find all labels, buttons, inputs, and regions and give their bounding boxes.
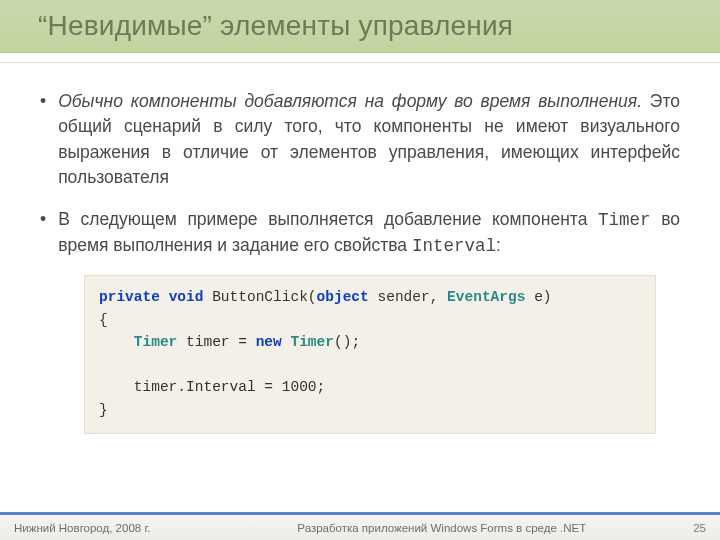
- bullet-dot-icon: •: [40, 89, 46, 191]
- bullet-2-pre: В следующем примере выполняется добавлен…: [58, 209, 598, 229]
- indent: [99, 334, 134, 350]
- bullet-dot-icon: •: [40, 207, 46, 260]
- indent: [99, 379, 134, 395]
- slide: “Невидимые” элементы управления • Обычно…: [0, 0, 720, 540]
- page-number: 25: [693, 522, 706, 534]
- footer-center: Разработка приложений Windows Forms в ср…: [150, 522, 693, 534]
- type-timer: Timer: [134, 334, 178, 350]
- type-timer-ctor: Timer: [290, 334, 334, 350]
- title-band: “Невидимые” элементы управления: [0, 0, 720, 53]
- method-name: ButtonClick(: [212, 289, 316, 305]
- bullet-2: • В следующем примере выполняется добавл…: [40, 207, 680, 260]
- brace-open: {: [99, 312, 108, 328]
- sp: [160, 289, 169, 305]
- sp: [203, 289, 212, 305]
- bullet-1: • Обычно компоненты добавляются на форму…: [40, 89, 680, 191]
- type-eventargs: EventArgs: [447, 289, 525, 305]
- bullet-1-text: Обычно компоненты добавляются на форму в…: [58, 89, 680, 191]
- separator: [0, 53, 720, 63]
- bullet-1-italic: Обычно компоненты добавляются на форму в…: [58, 91, 642, 111]
- footer-left: Нижний Новгород, 2008 г.: [14, 522, 150, 534]
- body: • Обычно компоненты добавляются на форму…: [0, 71, 720, 434]
- arg-e: e): [525, 289, 551, 305]
- stmt-interval: timer.Interval = 1000;: [134, 379, 325, 395]
- arg-sender: sender,: [377, 289, 447, 305]
- inline-code-timer: Timer: [598, 210, 651, 230]
- bullet-2-text: В следующем примере выполняется добавлен…: [58, 207, 680, 260]
- slide-title: “Невидимые” элементы управления: [38, 10, 696, 42]
- footer: Нижний Новгород, 2008 г. Разработка прил…: [0, 512, 720, 540]
- kw-new: new: [256, 334, 282, 350]
- kw-void: void: [169, 289, 204, 305]
- var-timer: timer =: [186, 334, 256, 350]
- brace-close: }: [99, 402, 108, 418]
- inline-code-interval: Interval: [412, 236, 496, 256]
- code-block: private void ButtonClick(object sender, …: [84, 275, 656, 434]
- ctor-end: ();: [334, 334, 360, 350]
- sp: [177, 334, 186, 350]
- bullet-2-post: :: [496, 235, 501, 255]
- kw-private: private: [99, 289, 160, 305]
- kw-object: object: [317, 289, 369, 305]
